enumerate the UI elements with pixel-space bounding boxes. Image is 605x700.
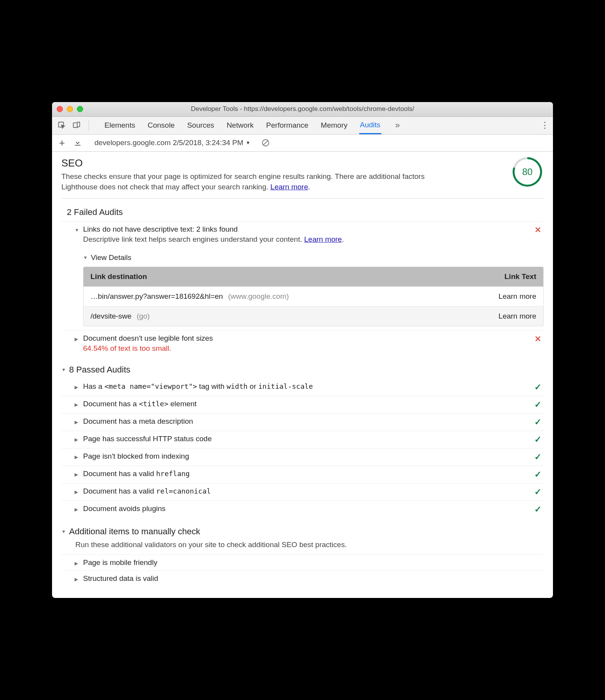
close-icon[interactable] xyxy=(57,106,63,112)
expand-triangle-icon: ▶ xyxy=(75,561,80,566)
score-gauge: 80 xyxy=(513,157,542,187)
passed-audit-item[interactable]: ▶Page isn't blocked from indexing✓ xyxy=(61,448,544,466)
col-link-text: Link Text xyxy=(470,272,536,281)
passed-audit-item[interactable]: ▶Page has successful HTTP status code✓ xyxy=(61,431,544,448)
tab-elements[interactable]: Elements xyxy=(104,117,136,133)
more-tabs-icon[interactable]: » xyxy=(395,120,400,130)
learn-more-link[interactable]: Learn more xyxy=(304,235,342,243)
audit-links-nondescript[interactable]: ▼ Links do not have descriptive text: 2 … xyxy=(61,221,544,247)
device-toggle-icon[interactable] xyxy=(71,120,82,131)
tab-performance[interactable]: Performance xyxy=(265,117,309,133)
window-traffic-lights xyxy=(57,106,83,112)
expand-triangle-icon: ▶ xyxy=(75,402,80,407)
fail-x-icon: ✕ xyxy=(532,225,544,235)
titlebar: Developer Tools - https://developers.goo… xyxy=(52,102,553,117)
passed-audit-item[interactable]: ▶Document has a <title> element✓ xyxy=(61,396,544,413)
manual-check-item[interactable]: ▶ Page is mobile friendly xyxy=(61,554,544,570)
audit-font-sizes[interactable]: ▶ Document doesn't use legible font size… xyxy=(61,330,544,356)
passed-audit-item[interactable]: ▶Document has a valid rel=canonical✓ xyxy=(61,483,544,501)
table-row: …bin/answer.py?answer=181692&hl=en (www.… xyxy=(83,286,543,306)
tab-sources[interactable]: Sources xyxy=(186,117,215,133)
devtools-window: Developer Tools - https://developers.goo… xyxy=(52,102,553,598)
inspect-icon[interactable] xyxy=(56,120,68,131)
pass-check-icon: ✓ xyxy=(532,470,544,480)
tab-memory[interactable]: Memory xyxy=(320,117,348,133)
expand-triangle-icon: ▶ xyxy=(75,577,80,582)
expand-triangle-icon: ▶ xyxy=(75,454,80,460)
minimize-icon[interactable] xyxy=(67,106,73,112)
failed-audits-heading[interactable]: 2 Failed Audits xyxy=(61,207,544,217)
expand-triangle-icon: ▼ xyxy=(75,227,80,233)
view-details-toggle[interactable]: ▼ View Details xyxy=(83,253,544,262)
panel-tabs: Elements Console Sources Network Perform… xyxy=(104,117,400,134)
main-toolbar: Elements Console Sources Network Perform… xyxy=(52,117,553,135)
clear-icon[interactable] xyxy=(260,137,271,149)
category-title: SEO xyxy=(61,157,457,169)
manual-checks-description: Run these additional validators on your … xyxy=(75,541,544,549)
pass-check-icon: ✓ xyxy=(532,452,544,462)
score-value: 80 xyxy=(515,159,540,185)
expand-triangle-icon: ▶ xyxy=(75,437,80,442)
manual-check-item[interactable]: ▶ Structured data is valid xyxy=(61,570,544,586)
audits-toolbar: + developers.google.com 2/5/2018, 3:24:3… xyxy=(52,135,553,152)
passed-audits-heading[interactable]: ▼ 8 Passed Audits xyxy=(61,365,544,375)
dropdown-triangle-icon: ▼ xyxy=(246,140,250,146)
expand-triangle-icon: ▼ xyxy=(61,367,67,373)
pass-check-icon: ✓ xyxy=(532,417,544,427)
kebab-menu-icon[interactable]: ⋮ xyxy=(541,120,549,130)
fail-x-icon: ✕ xyxy=(532,334,544,344)
table-row: /devsite-swe (go) Learn more xyxy=(83,306,543,326)
tab-console[interactable]: Console xyxy=(147,117,176,133)
pass-check-icon: ✓ xyxy=(532,487,544,497)
expand-triangle-icon: ▶ xyxy=(75,336,80,342)
passed-audit-item[interactable]: ▶Has a <meta name="viewport"> tag with w… xyxy=(61,379,544,396)
svg-line-4 xyxy=(263,140,268,146)
expand-triangle-icon: ▶ xyxy=(75,489,80,495)
passed-audit-item[interactable]: ▶Document avoids plugins✓ xyxy=(61,501,544,518)
pass-check-icon: ✓ xyxy=(532,504,544,515)
new-audit-icon[interactable]: + xyxy=(57,135,66,151)
pass-check-icon: ✓ xyxy=(532,400,544,410)
download-icon[interactable] xyxy=(72,137,83,149)
audit-content: SEO These checks ensure that your page i… xyxy=(52,152,553,598)
svg-rect-2 xyxy=(77,122,80,127)
report-selector[interactable]: developers.google.com 2/5/2018, 3:24:34 … xyxy=(94,139,250,147)
passed-audit-item[interactable]: ▶Document has a valid hreflang✓ xyxy=(61,466,544,483)
seo-header: SEO These checks ensure that your page i… xyxy=(61,157,544,199)
tab-audits[interactable]: Audits xyxy=(359,117,381,134)
expand-triangle-icon: ▶ xyxy=(75,472,80,477)
failed-audits-section: 2 Failed Audits ▼ Links do not have desc… xyxy=(61,207,544,356)
learn-more-link[interactable]: Learn more xyxy=(270,183,308,191)
link-details-table: Link destination Link Text …bin/answer.p… xyxy=(83,267,544,326)
expand-triangle-icon: ▶ xyxy=(75,507,80,512)
expand-triangle-icon: ▼ xyxy=(83,255,89,260)
pass-check-icon: ✓ xyxy=(532,435,544,445)
passed-audit-item[interactable]: ▶Document has a meta description✓ xyxy=(61,413,544,431)
passed-audits-section: ▼ 8 Passed Audits ▶Has a <meta name="vie… xyxy=(61,365,544,518)
tab-network[interactable]: Network xyxy=(226,117,255,133)
window-title: Developer Tools - https://developers.goo… xyxy=(52,105,553,113)
manual-checks-section: ▼ Additional items to manually check Run… xyxy=(61,527,544,586)
category-description: These checks ensure that your page is op… xyxy=(61,172,457,192)
maximize-icon[interactable] xyxy=(77,106,83,112)
col-link-destination: Link destination xyxy=(90,272,470,281)
expand-triangle-icon: ▼ xyxy=(61,529,67,534)
expand-triangle-icon: ▶ xyxy=(75,385,80,390)
manual-checks-heading[interactable]: ▼ Additional items to manually check xyxy=(61,527,544,537)
expand-triangle-icon: ▶ xyxy=(75,419,80,425)
pass-check-icon: ✓ xyxy=(532,382,544,392)
